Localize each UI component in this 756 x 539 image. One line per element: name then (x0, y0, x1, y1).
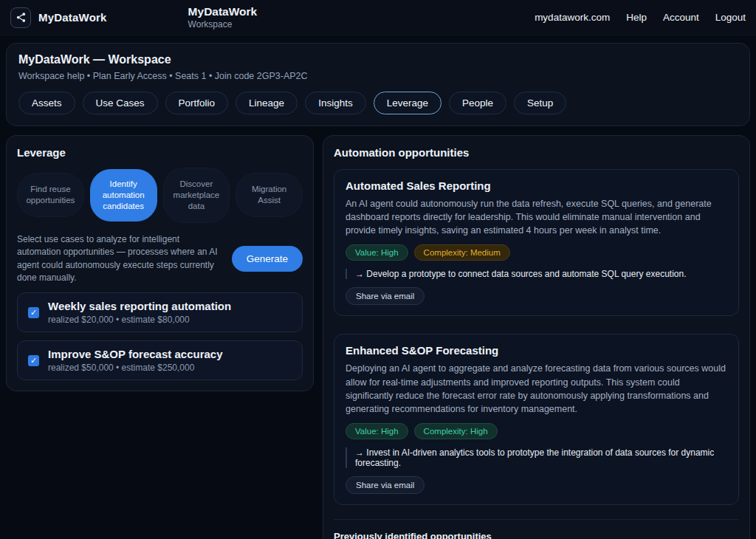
previous-opportunities-heading: Previously identified opportunities (334, 531, 739, 539)
leverage-description: Select use cases to analyze for intellig… (17, 233, 223, 285)
app-title-block: MyDataWork Workspace (188, 5, 258, 30)
app-title: MyDataWork (188, 5, 258, 19)
value-badge: Value: High (346, 244, 408, 261)
workspace-title: MyDataWork — Workspace (18, 53, 738, 66)
mode-find-reuse[interactable]: Find reuse opportunities (17, 173, 84, 217)
nav-link-logout[interactable]: Logout (715, 12, 746, 23)
use-case-title: Weekly sales reporting automation (48, 300, 231, 312)
leverage-mode-selector: Find reuse opportunities Identify automa… (17, 168, 303, 223)
use-case-row-weekly-sales[interactable]: ✓ Weekly sales reporting automation real… (17, 292, 303, 332)
workspace-meta: Workspace help • Plan Early Access • Sea… (18, 71, 738, 81)
share-via-email-button[interactable]: Share via email (346, 287, 425, 305)
opportunity-card-sales-reporting: Automated Sales Reporting An AI agent co… (334, 169, 739, 316)
opportunity-card-sop-forecasting: Enhanced S&OP Forecasting Deploying an A… (334, 334, 739, 505)
brand-name: MyDataWork (38, 11, 107, 24)
section-divider (334, 519, 739, 520)
tab-leverage[interactable]: Leverage (374, 92, 441, 114)
value-badge: Value: High (346, 423, 408, 439)
mode-identify-automation[interactable]: Identify automation candidates (90, 169, 157, 222)
use-case-title: Improve S&OP forecast accuracy (48, 348, 223, 360)
tab-use-cases[interactable]: Use Cases (83, 92, 158, 114)
use-case-text: Improve S&OP forecast accuracy realized … (48, 348, 223, 373)
tab-setup[interactable]: Setup (514, 92, 566, 114)
use-case-checkbox[interactable]: ✓ (28, 307, 39, 318)
use-case-checkbox[interactable]: ✓ (28, 355, 39, 366)
complexity-badge: Complexity: Medium (414, 244, 510, 261)
tab-insights[interactable]: Insights (305, 92, 366, 114)
share-network-icon (10, 7, 31, 28)
use-case-meta: realized $20,000 • estimate $80,000 (48, 315, 231, 325)
brand: MyDataWork (10, 7, 107, 28)
recommendation-text: → Develop a prototype to connect data so… (346, 269, 727, 279)
tab-lineage[interactable]: Lineage (236, 92, 298, 114)
badge-row: Value: High Complexity: Medium (346, 244, 727, 261)
opportunity-description: Deploying an AI agent to aggregate and a… (346, 362, 727, 416)
leverage-description-row: Select use cases to analyze for intellig… (17, 233, 303, 285)
automation-opportunities-panel: Automation opportunities Automated Sales… (323, 135, 750, 539)
page-content: MyDataWork — Workspace Workspace help • … (0, 35, 756, 539)
workspace-tabs: Assets Use Cases Portfolio Lineage Insig… (18, 92, 738, 114)
app-header: MyDataWork MyDataWork Workspace mydatawo… (0, 0, 756, 35)
tab-assets[interactable]: Assets (18, 92, 75, 114)
header-nav: mydatawork.com Help Account Logout (535, 12, 746, 23)
leverage-panel: Leverage Find reuse opportunities Identi… (6, 135, 314, 391)
opportunities-heading: Automation opportunities (334, 146, 739, 159)
mode-discover-marketplace[interactable]: Discover marketplace data (163, 168, 230, 223)
use-case-text: Weekly sales reporting automation realiz… (48, 300, 231, 325)
recommendation-text: → Invest in AI-driven analytics tools to… (346, 447, 727, 468)
generate-button[interactable]: Generate (232, 246, 303, 272)
opportunity-description: An AI agent could autonomously run the d… (346, 197, 727, 237)
columns: Leverage Find reuse opportunities Identi… (6, 135, 750, 539)
nav-link-help[interactable]: Help (626, 12, 647, 23)
use-case-meta: realized $50,000 • estimate $250,000 (48, 363, 223, 373)
mode-migration-assist[interactable]: Migration Assist (236, 173, 303, 217)
opportunity-title: Enhanced S&OP Forecasting (346, 344, 727, 357)
workspace-bar: MyDataWork — Workspace Workspace help • … (6, 43, 750, 126)
app-subtitle: Workspace (188, 19, 258, 30)
nav-link-account[interactable]: Account (663, 12, 699, 23)
complexity-badge: Complexity: High (414, 423, 498, 439)
leverage-heading: Leverage (17, 146, 303, 159)
share-via-email-button[interactable]: Share via email (346, 476, 425, 494)
opportunity-title: Automated Sales Reporting (346, 179, 727, 192)
use-case-row-sop-forecast[interactable]: ✓ Improve S&OP forecast accuracy realize… (17, 340, 303, 380)
nav-link-domain[interactable]: mydatawork.com (535, 12, 610, 23)
tab-people[interactable]: People (449, 92, 506, 114)
badge-row: Value: High Complexity: High (346, 423, 727, 439)
tab-portfolio[interactable]: Portfolio (165, 92, 229, 114)
